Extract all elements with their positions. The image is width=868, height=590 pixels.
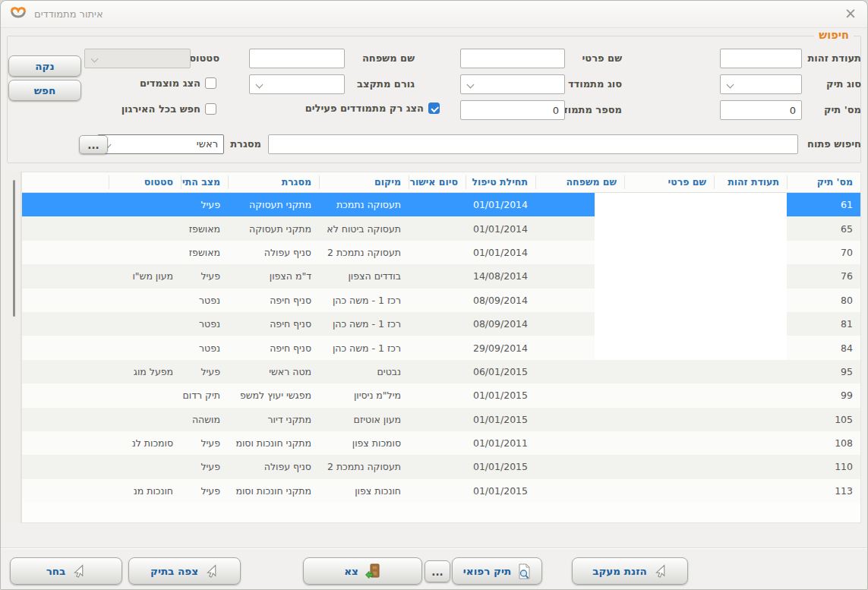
cell-start_date: 01/01/2014	[466, 247, 535, 258]
cell-framework: מתקני חונכות וסומ	[228, 437, 319, 449]
first-name-input[interactable]	[460, 49, 565, 68]
budget-source-select[interactable]	[249, 74, 345, 94]
header-cell-start_date[interactable]: תחילת טיפול	[466, 175, 535, 189]
cell-file_state: נפטר	[181, 295, 228, 306]
table-row[interactable]: 10801/01/2011סומכות צפוןמתקני חונכות וסו…	[22, 431, 860, 455]
cell-file_no: 70	[787, 247, 860, 258]
show-attached-label: הצג מוצמדים	[140, 77, 200, 89]
header-cell-status[interactable]: סטטוס	[109, 175, 181, 189]
dialog-window: איתור מתמודדים × חיפוש תעודת זהות שם פרט…	[0, 0, 868, 590]
cell-start_date: 01/01/2015	[466, 414, 535, 425]
cell-framework: ד"מ הצפון	[228, 270, 319, 282]
header-cell-location[interactable]: מיקום	[319, 175, 409, 189]
cell-location: רכז 1 - משה כהן	[319, 342, 409, 354]
cell-status: מפעל מוג	[109, 366, 181, 377]
app-logo-heart-icon	[8, 5, 28, 23]
header-cell-file_state[interactable]: מצב התיק	[181, 175, 228, 189]
cell-file_state: נפטר	[181, 318, 228, 330]
cell-location: מעון אוטיזם	[319, 414, 409, 425]
cell-framework: מתקני דיור	[228, 414, 319, 425]
view-file-button[interactable]: צפה בתיק	[128, 557, 241, 585]
first-name-label: שם פרטי	[582, 52, 622, 64]
table-row[interactable]: 10501/01/2015מעון אוטיזםמתקני דיורמושהה	[22, 408, 860, 431]
title-bar: איתור מתמודדים ×	[1, 1, 867, 28]
open-search-label: חיפוש פתוח	[807, 138, 861, 150]
search-legend: חיפוש	[814, 29, 854, 41]
window-title: איתור מתמודדים	[34, 8, 103, 20]
track-entry-button[interactable]: הזנת מעקב	[572, 557, 688, 585]
cell-framework: מפגשי יעוץ למשפ	[228, 390, 319, 401]
more-button[interactable]: ...	[425, 560, 450, 582]
cell-file_state: מאושפז	[181, 223, 228, 235]
header-cell-end_date[interactable]: סיום אישור	[409, 175, 466, 189]
header-cell-file_no[interactable]: מס' תיק	[787, 175, 860, 189]
table-header: מס' תיקתעודת זהותשם פרטישם משפחהתחילת טי…	[22, 172, 860, 193]
cell-file_state: פעיל	[181, 437, 228, 449]
show-attached-checkbox[interactable]	[205, 77, 216, 89]
candidate-no-label: מספר מתמודד	[556, 104, 622, 115]
file-no-input[interactable]	[720, 100, 802, 120]
header-cell-filler	[22, 175, 109, 189]
chevron-down-icon	[467, 81, 475, 89]
header-cell-last_name[interactable]: שם משפחה	[535, 175, 624, 189]
framework-browse-button[interactable]: ...	[79, 135, 108, 154]
file-type-select[interactable]	[720, 74, 802, 94]
cell-status: חונכות מנ	[109, 485, 181, 497]
last-name-input[interactable]	[249, 49, 345, 68]
cursor-icon	[71, 564, 86, 579]
medical-file-button[interactable]: תיק רפואי	[452, 557, 542, 585]
table-row[interactable]: 9506/01/2015נבטיםמטה ראשיפעילמפעל מוג	[22, 360, 860, 383]
cell-framework: מתקני חונכות וסומ	[228, 485, 319, 497]
cell-start_date: 01/01/2011	[466, 437, 535, 449]
table-row[interactable]: 11001/01/2015תעסוקה נתמכת 2סניף עפולהפעי…	[22, 455, 860, 478]
exit-button[interactable]: צא	[303, 557, 422, 585]
scrollbar-thumb[interactable]	[13, 180, 15, 317]
redacted-names-area	[595, 193, 787, 360]
cell-framework: סניף חיפה	[228, 295, 319, 306]
results-table-main: מס' תיקתעודת זהותשם פרטישם משפחהתחילת טי…	[21, 172, 861, 523]
open-search-input[interactable]	[268, 134, 798, 154]
cell-start_date: 08/09/2014	[466, 318, 535, 330]
vertical-scrollbar[interactable]	[7, 172, 21, 523]
cell-location: תעסוקה נתמכת 2	[319, 247, 409, 258]
header-cell-id[interactable]: תעודת זהות	[714, 175, 787, 189]
cell-file_state: פעיל	[181, 366, 228, 377]
id-label: תעודת זהות	[807, 52, 861, 64]
cell-file_state: נפטר	[181, 342, 228, 354]
medical-file-icon	[517, 563, 531, 579]
title-group: איתור מתמודדים	[8, 5, 103, 23]
cell-location: נבטים	[319, 366, 409, 377]
close-icon[interactable]: ×	[844, 5, 857, 21]
cell-file_no: 65	[787, 223, 860, 235]
framework-select[interactable]: ראשי	[97, 134, 224, 154]
cell-framework: סניף עפולה	[228, 247, 319, 258]
medical-file-label: תיק רפואי	[463, 565, 511, 577]
candidate-type-select[interactable]	[460, 74, 565, 94]
cell-file_no: 81	[787, 318, 860, 330]
file-no-label: מס' תיק	[824, 104, 861, 115]
select-button[interactable]: בחר	[10, 557, 122, 585]
clear-button[interactable]: נקה	[8, 55, 81, 77]
cell-file_state: פעיל	[181, 485, 228, 497]
cell-framework: מתקני תעסוקה	[228, 223, 319, 235]
id-input[interactable]	[720, 49, 802, 68]
header-cell-first_name[interactable]: שם פרטי	[624, 175, 714, 189]
candidate-no-input[interactable]	[460, 100, 565, 120]
search-all-org-checkbox[interactable]	[205, 103, 216, 115]
candidate-type-label: סוג מתמודד	[568, 78, 622, 90]
table-body: 6101/01/2014תעסוקה נתמכתמתקני תעסוקהפעיל…	[22, 193, 860, 503]
table-row[interactable]: 11301/01/2015חונכות צפוןמתקני חונכות וסו…	[22, 479, 860, 503]
cell-file_state: מושהה	[181, 414, 228, 425]
cell-location: בודדים הצפון	[319, 270, 409, 282]
active-only-checkbox[interactable]	[428, 103, 440, 114]
chevron-down-icon	[91, 55, 99, 63]
cell-file_state: פעיל	[181, 270, 228, 282]
cell-file_no: 108	[787, 437, 860, 449]
framework-label: מסגרת	[230, 138, 261, 150]
active-only-label: הצג רק מתמודדים פעילים	[305, 103, 424, 114]
search-button[interactable]: חפש	[8, 80, 81, 101]
header-cell-framework[interactable]: מסגרת	[228, 175, 319, 189]
cell-start_date: 01/01/2014	[466, 223, 535, 235]
view-file-label: צפה בתיק	[150, 565, 198, 577]
table-row[interactable]: 9901/01/2015מיל"מ ניסיוןמפגשי יעוץ למשפת…	[22, 383, 860, 407]
